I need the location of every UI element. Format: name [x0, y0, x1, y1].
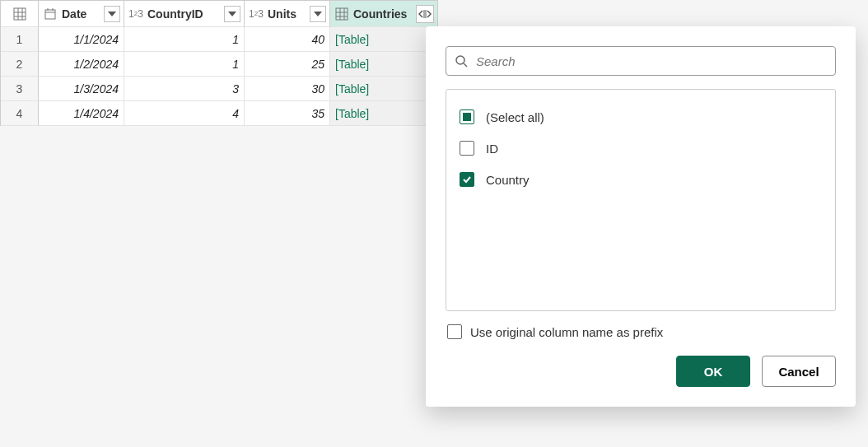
column-name: Countries	[352, 7, 416, 21]
table-row[interactable]: 4 1/4/2024 4 35 [Table]	[1, 101, 438, 126]
column-filter-dropdown[interactable]	[310, 6, 326, 22]
cell-countries[interactable]: [Table]	[330, 101, 438, 126]
expand-columns-popup: (Select all) ID Country Use original col…	[426, 26, 856, 407]
cell-units[interactable]: 30	[245, 77, 330, 101]
check-row-id[interactable]: ID	[460, 133, 822, 164]
search-input[interactable]	[474, 54, 827, 69]
table-row[interactable]: 2 1/2/2024 1 25 [Table]	[1, 52, 438, 77]
cell-units[interactable]: 40	[245, 27, 330, 52]
table-body: 1 1/1/2024 1 40 [Table] 2 1/2/2024 1 25 …	[1, 27, 438, 126]
cell-date[interactable]: 1/3/2024	[39, 77, 124, 101]
column-header-date[interactable]: Date	[39, 1, 124, 27]
svg-marker-9	[108, 12, 116, 16]
column-name: Date	[60, 7, 104, 21]
column-select-list: (Select all) ID Country	[446, 89, 836, 311]
svg-rect-0	[14, 8, 26, 20]
cell-countries[interactable]: [Table]	[330, 77, 438, 101]
checkbox-label: Country	[486, 173, 530, 187]
row-number: 4	[1, 101, 39, 126]
cell-units[interactable]: 25	[245, 52, 330, 77]
row-number: 3	[1, 77, 39, 101]
table-icon	[334, 6, 350, 22]
column-name: CountryID	[146, 7, 224, 21]
column-filter-dropdown[interactable]	[224, 6, 240, 22]
cell-countryid[interactable]: 4	[124, 101, 245, 126]
cell-countries[interactable]: [Table]	[330, 27, 438, 52]
cancel-button[interactable]: Cancel	[762, 356, 836, 387]
column-name: Units	[266, 7, 310, 21]
column-header-countries[interactable]: Countries	[330, 1, 438, 27]
svg-marker-11	[314, 12, 322, 16]
cell-date[interactable]: 1/2/2024	[39, 52, 124, 77]
svg-line-20	[464, 63, 467, 67]
row-header-corner	[1, 1, 39, 27]
cell-countryid[interactable]: 1	[124, 27, 245, 52]
expand-column-button[interactable]	[416, 5, 434, 23]
svg-marker-10	[228, 12, 236, 16]
checkbox-label: (Select all)	[486, 110, 544, 124]
svg-rect-12	[336, 8, 348, 20]
calendar-icon	[42, 6, 58, 22]
checkbox-indeterminate[interactable]	[460, 109, 474, 124]
chevron-down-icon	[228, 12, 236, 16]
checkbox-checked[interactable]	[460, 172, 474, 187]
cell-countries[interactable]: [Table]	[330, 52, 438, 77]
cell-date[interactable]: 1/4/2024	[39, 101, 124, 126]
check-row-select-all[interactable]: (Select all)	[460, 101, 822, 133]
row-number: 2	[1, 52, 39, 77]
check-row-country[interactable]: Country	[460, 164, 822, 195]
prefix-label: Use original column name as prefix	[470, 325, 663, 339]
cell-countryid[interactable]: 1	[124, 52, 245, 77]
svg-point-19	[456, 56, 464, 64]
chevron-down-icon	[108, 12, 116, 16]
row-number: 1	[1, 27, 39, 52]
search-box[interactable]	[446, 46, 836, 76]
column-filter-dropdown[interactable]	[104, 6, 120, 22]
ok-button[interactable]: OK	[676, 356, 750, 387]
svg-rect-5	[45, 10, 55, 19]
check-icon	[462, 175, 472, 184]
prefix-option-row[interactable]: Use original column name as prefix	[446, 324, 836, 339]
expand-icon	[418, 9, 432, 19]
checkbox-unchecked[interactable]	[460, 141, 474, 156]
cell-countryid[interactable]: 3	[124, 77, 245, 101]
cell-date[interactable]: 1/1/2024	[39, 27, 124, 52]
dialog-button-row: OK Cancel	[446, 356, 836, 387]
column-header-countryid[interactable]: 123 CountryID	[124, 1, 245, 27]
checkbox-label: ID	[486, 142, 498, 156]
cell-units[interactable]: 35	[245, 101, 330, 126]
checkbox-unchecked[interactable]	[447, 324, 462, 339]
number-type-icon: 123	[248, 6, 264, 22]
table-icon	[12, 6, 28, 22]
table-row[interactable]: 3 1/3/2024 3 30 [Table]	[1, 77, 438, 101]
number-type-icon: 123	[128, 6, 144, 22]
chevron-down-icon	[314, 12, 322, 16]
table-row[interactable]: 1 1/1/2024 1 40 [Table]	[1, 27, 438, 52]
column-header-units[interactable]: 123 Units	[245, 1, 330, 27]
search-icon	[455, 54, 468, 68]
column-header-row: Date 123 CountryID 123 Units	[1, 1, 438, 27]
